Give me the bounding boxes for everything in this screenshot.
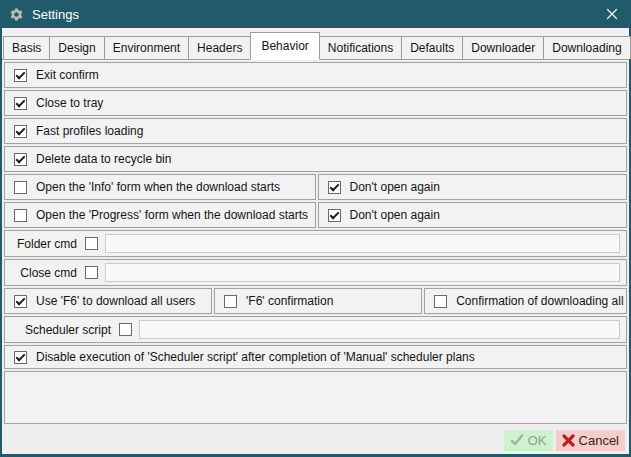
ok-button[interactable]: OK xyxy=(504,430,553,451)
cancel-button[interactable]: Cancel xyxy=(556,430,625,451)
open-info-form-checkbox[interactable] xyxy=(14,181,27,194)
row-open-info-form: Open the 'Info' form when the download s… xyxy=(4,174,627,200)
open-progress-form-checkbox[interactable] xyxy=(14,209,27,222)
tab-defaults[interactable]: Defaults xyxy=(401,36,463,59)
x-icon xyxy=(562,434,575,447)
row-disable-scheduler-script: Disable execution of 'Scheduler script' … xyxy=(4,345,627,369)
info-dont-open-again-label: Don't open again xyxy=(350,180,440,194)
fast-profiles-loading-checkbox[interactable] xyxy=(14,125,27,138)
progress-dont-open-again-checkbox[interactable] xyxy=(328,209,341,222)
settings-window: Settings Basis Design Environment Header… xyxy=(0,0,631,457)
tab-downloading[interactable]: Downloading xyxy=(543,36,630,59)
use-f6-checkbox[interactable] xyxy=(14,295,27,308)
confirmation-downloading-all-checkbox[interactable] xyxy=(434,295,447,308)
row-fast-profiles-loading: Fast profiles loading xyxy=(4,118,627,144)
use-f6-label: Use 'F6' to download all users xyxy=(36,294,195,308)
close-to-tray-checkbox[interactable] xyxy=(14,97,27,110)
empty-panel xyxy=(4,371,627,424)
progress-dont-open-again-cell: Don't open again xyxy=(318,202,628,228)
open-info-form-label: Open the 'Info' form when the download s… xyxy=(36,180,280,194)
row-folder-cmd: Folder cmd xyxy=(4,230,627,257)
tab-downloader[interactable]: Downloader xyxy=(462,36,544,59)
row-close-cmd: Close cmd xyxy=(4,259,627,286)
info-dont-open-again-checkbox[interactable] xyxy=(328,181,341,194)
delete-to-recycle-bin-checkbox[interactable] xyxy=(14,153,27,166)
open-progress-form-label: Open the 'Progress' form when the downlo… xyxy=(36,208,308,222)
close-cmd-checkbox[interactable] xyxy=(85,266,98,279)
cancel-label: Cancel xyxy=(579,433,619,448)
gear-icon xyxy=(9,7,24,22)
f6-confirmation-checkbox[interactable] xyxy=(224,295,237,308)
ok-label: OK xyxy=(528,433,547,448)
close-icon xyxy=(606,8,618,20)
footer-bar: OK Cancel xyxy=(2,426,629,454)
exit-confirm-checkbox[interactable] xyxy=(14,69,27,82)
info-dont-open-again-cell: Don't open again xyxy=(318,174,628,200)
folder-cmd-label: Folder cmd xyxy=(5,237,77,251)
folder-cmd-checkbox[interactable] xyxy=(85,237,98,250)
row-delete-to-recycle-bin: Delete data to recycle bin xyxy=(4,146,627,172)
disable-scheduler-script-label: Disable execution of 'Scheduler script' … xyxy=(36,350,475,364)
tab-behavior[interactable]: Behavior xyxy=(250,32,319,60)
progress-dont-open-again-label: Don't open again xyxy=(350,208,440,222)
scheduler-script-label: Scheduler script xyxy=(5,323,111,337)
close-button[interactable] xyxy=(595,0,629,28)
folder-cmd-input[interactable] xyxy=(105,234,620,253)
row-close-to-tray: Close to tray xyxy=(4,90,627,116)
window-title: Settings xyxy=(32,7,79,22)
row-f6-options: Use 'F6' to download all users 'F6' conf… xyxy=(4,288,627,314)
scheduler-script-checkbox[interactable] xyxy=(119,323,132,336)
disable-scheduler-script-checkbox[interactable] xyxy=(14,351,27,364)
exit-confirm-label: Exit confirm xyxy=(36,68,99,82)
use-f6-cell: Use 'F6' to download all users xyxy=(4,288,212,314)
tab-page-behavior: Exit confirm Close to tray Fast profiles… xyxy=(2,60,629,426)
scheduler-script-input[interactable] xyxy=(139,320,620,339)
confirmation-downloading-all-label: Confirmation of downloading all xyxy=(456,294,623,308)
check-icon xyxy=(510,434,524,446)
fast-profiles-loading-label: Fast profiles loading xyxy=(36,124,143,138)
close-cmd-label: Close cmd xyxy=(5,266,77,280)
open-info-form-cell: Open the 'Info' form when the download s… xyxy=(4,174,316,200)
window-body: Basis Design Environment Headers Behavio… xyxy=(2,28,629,454)
tab-headers[interactable]: Headers xyxy=(188,36,251,59)
delete-to-recycle-bin-label: Delete data to recycle bin xyxy=(36,152,171,166)
close-to-tray-label: Close to tray xyxy=(36,96,103,110)
row-open-progress-form: Open the 'Progress' form when the downlo… xyxy=(4,202,627,228)
f6-confirmation-cell: 'F6' confirmation xyxy=(214,288,422,314)
confirmation-downloading-all-cell: Confirmation of downloading all xyxy=(424,288,627,314)
tab-notifications[interactable]: Notifications xyxy=(319,36,402,59)
open-progress-form-cell: Open the 'Progress' form when the downlo… xyxy=(4,202,316,228)
tab-basis[interactable]: Basis xyxy=(3,36,50,59)
tab-design[interactable]: Design xyxy=(49,36,104,59)
row-exit-confirm: Exit confirm xyxy=(4,62,627,88)
titlebar: Settings xyxy=(2,0,629,28)
tab-environment[interactable]: Environment xyxy=(104,36,189,59)
row-scheduler-script: Scheduler script xyxy=(4,316,627,343)
tab-bar: Basis Design Environment Headers Behavio… xyxy=(2,28,629,60)
close-cmd-input[interactable] xyxy=(105,263,620,282)
f6-confirmation-label: 'F6' confirmation xyxy=(246,294,333,308)
